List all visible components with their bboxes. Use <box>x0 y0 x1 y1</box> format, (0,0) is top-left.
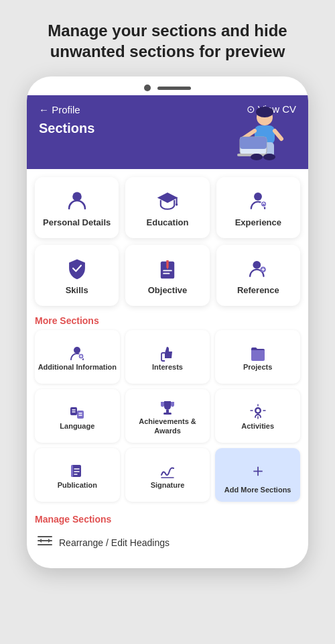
activities-label: Activities <box>241 421 274 431</box>
interests-label: Interests <box>152 362 183 372</box>
plus-icon: ＋ <box>249 459 267 482</box>
phone-header: ← Profile ⊙ View CV Sections <box>27 95 308 169</box>
svg-point-28 <box>74 347 80 354</box>
graduation-icon <box>156 189 179 212</box>
reference-label: Reference <box>237 285 279 297</box>
svg-point-10 <box>251 154 263 160</box>
rearrange-icon <box>38 535 52 549</box>
primary-sections-grid: Personal Details Education <box>35 169 300 311</box>
phone-top-bar <box>27 76 308 95</box>
reference-icon <box>247 257 269 280</box>
education-label: Education <box>147 217 189 229</box>
svg-point-24 <box>253 261 261 269</box>
phone-mockup: ← Profile ⊙ View CV Sections <box>27 76 308 568</box>
svg-point-15 <box>176 204 178 206</box>
svg-rect-39 <box>163 413 172 415</box>
book-icon <box>68 463 86 480</box>
section-card-additional-information[interactable]: Additional Information <box>35 330 120 384</box>
rearrange-row[interactable]: Rearrange / Edit Headings <box>35 530 300 555</box>
section-card-projects[interactable]: Projects <box>215 330 300 384</box>
achievements-awards-label: Achievements & Awards <box>128 417 208 436</box>
skills-label: Skills <box>66 285 88 297</box>
phone-content: Personal Details Education <box>27 169 308 555</box>
nav-back[interactable]: ← Profile <box>39 104 80 115</box>
experience-icon <box>247 189 269 212</box>
svg-point-17 <box>261 201 267 207</box>
section-card-signature[interactable]: Signature <box>125 448 210 502</box>
svg-marker-56 <box>48 539 51 543</box>
section-card-publication[interactable]: Publication <box>35 448 120 502</box>
language-label: Language <box>60 421 94 431</box>
svg-marker-55 <box>39 539 42 543</box>
svg-rect-46 <box>72 465 81 477</box>
folder-icon <box>249 345 267 362</box>
section-card-skills[interactable]: Skills <box>35 245 119 306</box>
character-illustration <box>228 105 288 169</box>
more-sections-grid: Additional Information Interests <box>35 330 300 507</box>
svg-rect-32 <box>70 407 77 415</box>
additional-info-label: Additional Information <box>38 362 117 372</box>
more-sections-title: More Sections <box>35 311 300 330</box>
section-card-education[interactable]: Education <box>125 177 209 238</box>
page-container: Manage your sections and hide unwanted s… <box>27 20 308 568</box>
manage-sections-title: Manage Sections <box>35 507 300 530</box>
phone-camera <box>144 85 151 91</box>
page-title: Manage your sections and hide unwanted s… <box>27 20 308 62</box>
svg-rect-47 <box>71 465 73 477</box>
section-card-activities[interactable]: Activities <box>215 389 300 443</box>
person-icon <box>66 189 88 212</box>
experience-label: Experience <box>235 217 281 229</box>
section-card-personal-details[interactable]: Personal Details <box>35 177 119 238</box>
section-card-achievements-awards[interactable]: Achievements & Awards <box>125 389 210 443</box>
svg-rect-38 <box>166 410 169 413</box>
svg-rect-35 <box>77 411 84 419</box>
back-button[interactable]: ← Profile <box>39 104 80 115</box>
section-card-language[interactable]: Language <box>35 389 120 443</box>
section-card-reference[interactable]: Reference <box>216 245 300 306</box>
svg-rect-8 <box>240 137 267 149</box>
add-more-sections-label: Add More Sections <box>224 485 291 494</box>
svg-point-11 <box>263 154 275 160</box>
section-card-experience[interactable]: Experience <box>216 177 300 238</box>
projects-label: Projects <box>243 362 272 372</box>
rearrange-label: Rearrange / Edit Headings <box>59 537 170 548</box>
signature-icon <box>159 463 176 480</box>
svg-point-1 <box>256 107 273 117</box>
language-icon <box>68 404 86 421</box>
additional-info-icon <box>68 345 86 362</box>
section-card-add-more-sections[interactable]: ＋ Add More Sections <box>215 448 300 502</box>
signature-label: Signature <box>151 480 185 490</box>
svg-point-16 <box>254 193 262 201</box>
thumb-up-icon <box>159 345 176 362</box>
shield-icon <box>66 257 88 280</box>
trophy-icon <box>159 399 176 417</box>
section-card-interests[interactable]: Interests <box>125 330 210 384</box>
objective-icon <box>156 257 179 280</box>
phone-speaker <box>157 87 191 90</box>
svg-line-4 <box>275 131 281 139</box>
publication-label: Publication <box>58 480 97 490</box>
section-card-objective[interactable]: Objective <box>125 245 209 306</box>
activities-icon <box>249 404 267 421</box>
personal-details-label: Personal Details <box>43 217 111 229</box>
objective-label: Objective <box>148 285 188 297</box>
svg-point-45 <box>256 409 259 413</box>
